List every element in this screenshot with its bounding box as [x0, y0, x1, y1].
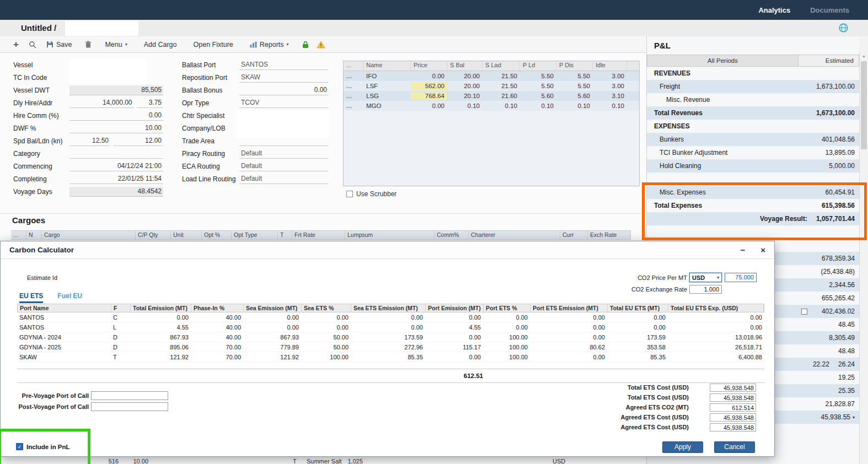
fuel-slad-cell[interactable]: 21.50 [483, 72, 520, 80]
ets-summary-value[interactable]: 45,938.548 [710, 384, 756, 392]
use-scrubber-checkbox[interactable] [346, 191, 353, 197]
row-checkbox[interactable] [801, 309, 807, 315]
field-value[interactable]: 12.50 [69, 136, 110, 146]
fuel-sbal-cell[interactable]: 20.00 [447, 72, 483, 80]
fuel-pdis-cell[interactable]: 5.50 [556, 82, 593, 90]
emissions-row[interactable]: SKAW T 121.92 70.00 121.92 100.00 85.35 … [17, 352, 764, 362]
tab[interactable]: EU ETS [19, 292, 43, 303]
close-icon[interactable]: × [760, 245, 765, 255]
field-value[interactable]: Default [239, 149, 329, 159]
field-value[interactable]: 85,505 [69, 85, 163, 95]
field-value[interactable]: 48.4542 [69, 187, 163, 197]
fuel-pld-cell[interactable]: 5.50 [520, 72, 556, 80]
pnl-period-selector[interactable]: All Periods [647, 55, 799, 67]
fuel-pld-cell[interactable]: 5.60 [520, 92, 556, 100]
fuel-slad-cell[interactable]: 21.60 [483, 92, 520, 100]
apply-button[interactable]: Apply [662, 441, 703, 453]
chevron-down-icon[interactable]: ▾ [853, 415, 855, 420]
field-value-2[interactable]: 12.00 [113, 136, 163, 146]
field-value[interactable]: 22/01/25 11:54 [69, 174, 163, 184]
tab[interactable]: Fuel EU [57, 292, 82, 303]
fuel-price-cell[interactable]: 0.00 [411, 72, 447, 80]
scroll-up-icon[interactable]: ▲ [860, 52, 868, 58]
chtr-specialist-input[interactable] [237, 110, 329, 138]
warning-icon[interactable] [317, 41, 325, 48]
ets-summary-value[interactable]: 45,938.548 [710, 423, 756, 431]
row-menu-icon[interactable]: ••• [344, 82, 363, 90]
fuel-pld-cell[interactable]: 0.10 [520, 102, 556, 110]
vertical-scrollbar[interactable]: ▲ [859, 52, 868, 464]
cancel-button[interactable]: Cancel [714, 441, 755, 453]
field-value[interactable]: 0.00 [239, 85, 329, 95]
fuel-name-cell[interactable]: IFO [363, 72, 411, 80]
pnl-row-label: Misc. Expenses [660, 188, 826, 196]
field-value[interactable]: Default [239, 161, 329, 171]
row-menu-icon[interactable]: ••• [344, 102, 363, 110]
estimate-name-input[interactable] [65, 21, 138, 36]
fuel-price-cell[interactable]: 0.00 [411, 102, 447, 110]
ets-summary-value[interactable]: 45,938.548 [710, 413, 756, 422]
field-value[interactable]: 14,000.00 [69, 98, 134, 108]
co2-exchange-input[interactable]: 1.000 [689, 285, 722, 294]
minimize-icon[interactable]: − [740, 245, 745, 255]
field-value[interactable]: 10.00 [69, 123, 163, 133]
field-value[interactable]: SKAW [239, 73, 329, 83]
fuel-slad-cell[interactable]: 21.50 [483, 82, 520, 90]
post-voyage-port-input[interactable] [91, 402, 168, 411]
fuel-price-cell[interactable]: 768.64 [411, 92, 447, 100]
reports-button[interactable]: Reports▾ [250, 41, 289, 48]
ets-summary-value[interactable]: 45,938.548 [710, 393, 756, 402]
include-in-pnl-checkbox[interactable]: ✓ [16, 443, 23, 450]
pre-voyage-port-input[interactable] [91, 391, 168, 400]
currency-select[interactable]: USD ▾ [689, 273, 722, 282]
fuel-pdis-cell[interactable]: 5.50 [556, 72, 593, 80]
fuel-price-cell[interactable]: 562.00 [411, 82, 447, 90]
fuel-idle-cell[interactable]: 0.10 [593, 102, 627, 110]
row-menu-icon[interactable]: ••• [344, 72, 363, 80]
row-menu-icon[interactable]: ••• [344, 92, 363, 100]
save-button[interactable]: Save [46, 41, 72, 48]
emissions-row[interactable]: GDYNIA - 2025 D 895.06 70.00 779.89 50.0… [17, 342, 764, 352]
field-value[interactable]: 04/12/24 21:00 [69, 161, 163, 171]
field-value[interactable]: TCOV [239, 98, 329, 108]
fuel-table: ...NamePriceS BalS LadP LdP DisIdle ••• … [343, 61, 640, 186]
fuel-name-cell[interactable]: MGO [363, 102, 411, 110]
field-value[interactable] [69, 149, 163, 159]
fuel-pld-cell[interactable]: 5.50 [520, 82, 556, 90]
menu-button[interactable]: Menu▾ [105, 41, 127, 48]
fuel-pdis-cell[interactable]: 5.60 [556, 92, 593, 100]
fuel-sbal-cell[interactable]: 0.10 [447, 102, 483, 110]
emissions-row[interactable]: GDYNIA - 2024 D 867.93 40.00 867.93 50.0… [17, 332, 764, 342]
fuel-name-cell[interactable]: LSF [363, 82, 411, 90]
nav-documents[interactable]: Documents [810, 6, 849, 14]
field-value-2[interactable]: 3.75 [137, 98, 164, 108]
search-icon[interactable] [29, 41, 36, 48]
dialog-title-bar[interactable]: Carbon Calculator − × [1, 241, 774, 259]
fuel-idle-cell[interactable]: 3.10 [593, 92, 627, 100]
chevron-down-icon: ▾ [287, 42, 289, 47]
emissions-row[interactable]: SANTOS C 0.00 40.00 0.00 0.00 0.00 0.00 … [17, 312, 764, 322]
globe-icon[interactable] [839, 23, 848, 33]
nav-analytics[interactable]: Analytics [758, 6, 790, 14]
fuel-sbal-cell[interactable]: 20.00 [447, 82, 483, 90]
pnl-row: Bunkers 401,048.56 ▾ [647, 133, 859, 146]
vessel-input[interactable] [70, 58, 146, 84]
fuel-sbal-cell[interactable]: 20.10 [447, 92, 483, 100]
field-value[interactable]: Default [239, 174, 329, 184]
add-icon[interactable]: + [13, 39, 19, 50]
add-cargo-button[interactable]: Add Cargo [144, 41, 177, 48]
co2-price-input[interactable]: 75.000 [725, 273, 757, 282]
field-value[interactable]: 0.00 [69, 111, 163, 121]
fuel-name-cell[interactable]: LSG [363, 92, 411, 100]
fuel-idle-cell[interactable]: 3.00 [593, 82, 627, 90]
fuel-slad-cell[interactable]: 0.10 [483, 102, 520, 110]
scrollbar-thumb[interactable] [861, 61, 867, 149]
field-value[interactable]: SANTOS [239, 60, 329, 70]
open-fixture-button[interactable]: Open Fixture [194, 41, 233, 48]
fuel-idle-cell[interactable]: 3.00 [593, 72, 627, 80]
delete-icon[interactable] [85, 41, 92, 48]
column-header: S Bal [447, 61, 483, 71]
fuel-pdis-cell[interactable]: 0.10 [556, 102, 593, 110]
ets-summary-value[interactable]: 612.514 [710, 403, 756, 412]
emissions-row[interactable]: SANTOS L 4.55 40.00 0.00 0.00 0.00 4.55 … [17, 322, 764, 332]
